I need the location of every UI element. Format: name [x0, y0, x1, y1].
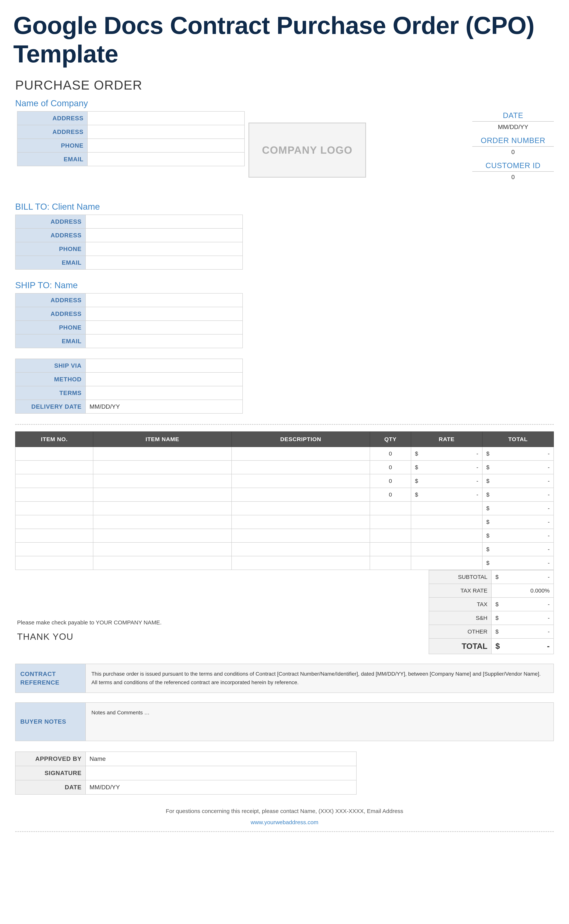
table-row: PHONE: [17, 139, 245, 152]
money-cell: $-: [411, 460, 482, 474]
ship-to-table: ADDRESSADDRESSPHONEEMAIL: [15, 293, 243, 348]
field-label: ADDRESS: [17, 111, 87, 125]
footer-contact: For questions concerning this receipt, p…: [15, 808, 554, 814]
field-value: [85, 242, 243, 256]
cell: [15, 515, 93, 529]
company-name-title: Name of Company: [15, 98, 556, 108]
cell: [231, 460, 370, 474]
line-item-row: $-: [15, 501, 554, 515]
money-cell: $-: [411, 488, 482, 501]
money-cell: $-: [482, 460, 554, 474]
cell: [15, 501, 93, 515]
summary-value: $-: [491, 625, 554, 638]
approval-label: SIGNATURE: [15, 766, 85, 780]
purchase-order-heading: PURCHASE ORDER: [15, 78, 556, 92]
cell: [231, 542, 370, 556]
table-row: PHONE: [15, 321, 243, 334]
cell: [370, 556, 411, 570]
field-value: [85, 256, 243, 269]
column-header: DESCRIPTION: [231, 432, 370, 447]
summary-label: OTHER: [429, 625, 491, 638]
field-label: ADDRESS: [15, 215, 85, 228]
page: Google Docs Contract Purchase Order (CPO…: [0, 0, 569, 858]
cell: [411, 556, 482, 570]
table-row: ADDRESS: [17, 111, 245, 125]
summary-row: TAX$-: [429, 597, 554, 611]
bill-to-title: BILL TO: Client Name: [15, 201, 556, 212]
cell: [231, 515, 370, 529]
summary-label: S&H: [429, 611, 491, 625]
field-value: [87, 111, 245, 125]
cell: [93, 460, 231, 474]
cell: 0: [370, 460, 411, 474]
column-header: TOTAL: [482, 432, 554, 447]
summary-row: OTHER$-: [429, 625, 554, 638]
divider-bottom: [15, 831, 554, 832]
money-cell: $-: [411, 447, 482, 460]
line-items-table: ITEM NO.ITEM NAMEDESCRIPTIONQTYRATETOTAL…: [15, 431, 554, 570]
field-value: [85, 321, 243, 334]
line-item-row: 0$-$-: [15, 474, 554, 488]
field-value: [85, 215, 243, 228]
money-cell: $-: [482, 556, 554, 570]
field-label: TERMS: [15, 386, 85, 400]
approval-value: MM/DD/YY: [85, 780, 356, 795]
divider: [15, 424, 554, 425]
approval-row: SIGNATURE: [15, 766, 356, 780]
column-header: RATE: [411, 432, 482, 447]
money-cell: $-: [411, 474, 482, 488]
cell: [231, 447, 370, 460]
cell: [370, 542, 411, 556]
field-label: EMAIL: [15, 334, 85, 348]
meta-value: 0: [472, 172, 554, 181]
cell: [231, 529, 370, 542]
field-label: PHONE: [15, 321, 85, 334]
cell: 0: [370, 474, 411, 488]
meta-value: 0: [472, 147, 554, 155]
contract-reference-box: CONTRACT REFERENCE This purchase order i…: [15, 664, 554, 693]
summary-row: SUBTOTAL$-: [429, 570, 554, 584]
meta-label: DATE: [472, 111, 554, 122]
field-value: [85, 293, 243, 307]
field-value: [85, 359, 243, 373]
money-cell: $-: [482, 515, 554, 529]
cell: [231, 556, 370, 570]
money-cell: $-: [482, 529, 554, 542]
cell: [93, 501, 231, 515]
table-row: TERMS: [15, 386, 243, 400]
approval-label: APPROVED BY: [15, 752, 85, 766]
field-label: PHONE: [15, 242, 85, 256]
check-payable-note: Please make check payable to YOUR COMPAN…: [17, 619, 321, 626]
cell: [231, 501, 370, 515]
cell: [93, 515, 231, 529]
cell: [93, 529, 231, 542]
field-label: EMAIL: [15, 256, 85, 269]
field-label: SHIP VIA: [15, 359, 85, 373]
field-value: [85, 228, 243, 242]
cell: [15, 529, 93, 542]
field-value: [87, 152, 245, 166]
field-label: ADDRESS: [17, 125, 87, 139]
money-cell: $-: [482, 447, 554, 460]
table-row: EMAIL: [15, 334, 243, 348]
line-item-row: $-: [15, 529, 554, 542]
table-row: METHOD: [15, 373, 243, 386]
cell: [15, 474, 93, 488]
order-meta: DATEMM/DD/YYORDER NUMBER0CUSTOMER ID0: [370, 111, 554, 186]
left-note: Please make check payable to YOUR COMPAN…: [17, 619, 321, 642]
summary-value: $-: [491, 611, 554, 625]
cell: [231, 488, 370, 501]
cell: [15, 542, 93, 556]
cell: [93, 447, 231, 460]
cell: [411, 529, 482, 542]
cell: 0: [370, 447, 411, 460]
summary-row: S&H$-: [429, 611, 554, 625]
field-value: MM/DD/YY: [85, 400, 243, 413]
table-row: ADDRESS: [15, 215, 243, 228]
field-value: [85, 334, 243, 348]
field-label: METHOD: [15, 373, 85, 386]
cell: [93, 542, 231, 556]
page-title: Google Docs Contract Purchase Order (CPO…: [13, 11, 556, 68]
buyer-notes-label: BUYER NOTES: [15, 703, 86, 741]
footer: For questions concerning this receipt, p…: [15, 808, 554, 825]
